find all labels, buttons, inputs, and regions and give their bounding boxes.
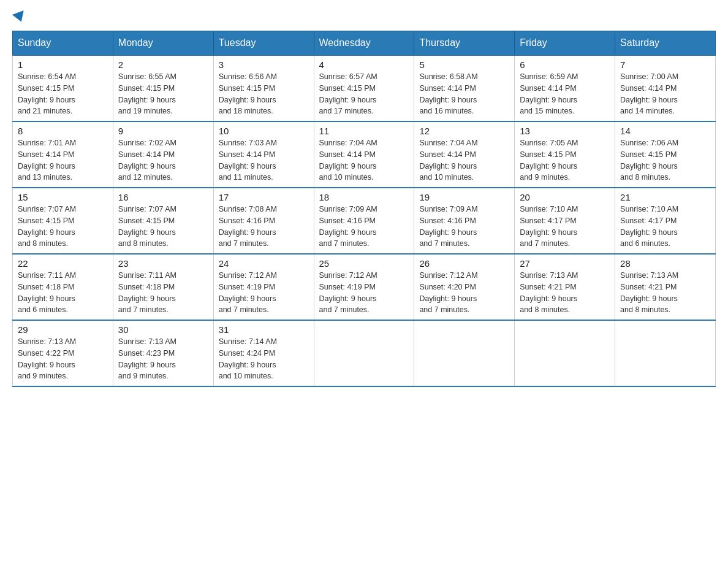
day-number: 18 [319,192,409,202]
day-number: 16 [118,192,208,202]
day-info: Sunrise: 7:04 AMSunset: 4:14 PMDaylight:… [319,139,377,182]
day-number: 22 [18,258,108,269]
day-number: 17 [219,192,309,202]
day-cell: 5 Sunrise: 6:58 AMSunset: 4:14 PMDayligh… [414,55,515,121]
day-cell: 7 Sunrise: 7:00 AMSunset: 4:14 PMDayligh… [615,55,716,121]
day-cell: 11 Sunrise: 7:04 AMSunset: 4:14 PMDaylig… [314,121,414,188]
day-number: 13 [520,126,610,136]
day-number: 11 [319,126,409,136]
day-cell: 4 Sunrise: 6:57 AMSunset: 4:15 PMDayligh… [314,55,414,121]
week-row-2: 8 Sunrise: 7:01 AMSunset: 4:14 PMDayligh… [13,121,716,188]
week-row-5: 29 Sunrise: 7:13 AMSunset: 4:22 PMDaylig… [13,320,716,386]
day-info: Sunrise: 7:12 AMSunset: 4:19 PMDaylight:… [319,271,377,314]
day-cell: 17 Sunrise: 7:08 AMSunset: 4:16 PMDaylig… [213,188,314,254]
day-info: Sunrise: 7:10 AMSunset: 4:17 PMDaylight:… [520,205,578,248]
day-info: Sunrise: 7:05 AMSunset: 4:15 PMDaylight:… [520,139,578,182]
day-info: Sunrise: 6:55 AMSunset: 4:15 PMDaylight:… [118,72,176,115]
day-cell: 3 Sunrise: 6:56 AMSunset: 4:15 PMDayligh… [213,55,314,121]
day-number: 14 [620,126,710,136]
day-info: Sunrise: 7:12 AMSunset: 4:20 PMDaylight:… [419,271,477,314]
day-number: 1 [18,59,108,70]
weekday-header-monday: Monday [113,31,213,56]
logo [12,12,26,25]
day-info: Sunrise: 7:13 AMSunset: 4:21 PMDaylight:… [520,271,578,314]
day-cell: 12 Sunrise: 7:04 AMSunset: 4:14 PMDaylig… [414,121,515,188]
day-number: 2 [118,59,208,70]
day-number: 7 [620,59,710,70]
day-cell: 18 Sunrise: 7:09 AMSunset: 4:16 PMDaylig… [314,188,414,254]
day-cell: 20 Sunrise: 7:10 AMSunset: 4:17 PMDaylig… [515,188,615,254]
day-cell [515,320,615,386]
logo-triangle-icon [12,10,27,24]
day-info: Sunrise: 7:02 AMSunset: 4:14 PMDaylight:… [118,139,176,182]
day-info: Sunrise: 6:56 AMSunset: 4:15 PMDaylight:… [219,72,277,115]
day-cell: 25 Sunrise: 7:12 AMSunset: 4:19 PMDaylig… [314,254,414,320]
day-number: 19 [419,192,509,202]
day-info: Sunrise: 7:04 AMSunset: 4:14 PMDaylight:… [419,139,477,182]
day-number: 15 [18,192,108,202]
day-number: 29 [18,324,108,335]
day-info: Sunrise: 7:11 AMSunset: 4:18 PMDaylight:… [18,271,76,314]
day-number: 10 [219,126,309,136]
day-cell: 10 Sunrise: 7:03 AMSunset: 4:14 PMDaylig… [213,121,314,188]
day-cell: 29 Sunrise: 7:13 AMSunset: 4:22 PMDaylig… [13,320,113,386]
day-cell: 2 Sunrise: 6:55 AMSunset: 4:15 PMDayligh… [113,55,213,121]
day-number: 27 [520,258,610,269]
day-number: 21 [620,192,710,202]
day-cell: 6 Sunrise: 6:59 AMSunset: 4:14 PMDayligh… [515,55,615,121]
day-cell: 1 Sunrise: 6:54 AMSunset: 4:15 PMDayligh… [13,55,113,121]
day-number: 9 [118,126,208,136]
day-info: Sunrise: 7:09 AMSunset: 4:16 PMDaylight:… [319,205,377,248]
day-info: Sunrise: 7:07 AMSunset: 4:15 PMDaylight:… [18,205,76,248]
day-cell: 27 Sunrise: 7:13 AMSunset: 4:21 PMDaylig… [515,254,615,320]
day-number: 30 [118,324,208,335]
day-cell: 22 Sunrise: 7:11 AMSunset: 4:18 PMDaylig… [13,254,113,320]
day-info: Sunrise: 7:13 AMSunset: 4:22 PMDaylight:… [18,337,76,380]
day-info: Sunrise: 6:57 AMSunset: 4:15 PMDaylight:… [319,72,377,115]
day-info: Sunrise: 7:14 AMSunset: 4:24 PMDaylight:… [219,337,277,380]
day-info: Sunrise: 6:58 AMSunset: 4:14 PMDaylight:… [419,72,477,115]
day-cell: 9 Sunrise: 7:02 AMSunset: 4:14 PMDayligh… [113,121,213,188]
week-row-3: 15 Sunrise: 7:07 AMSunset: 4:15 PMDaylig… [13,188,716,254]
day-number: 6 [520,59,610,70]
day-number: 20 [520,192,610,202]
day-cell: 14 Sunrise: 7:06 AMSunset: 4:15 PMDaylig… [615,121,716,188]
day-number: 23 [118,258,208,269]
day-info: Sunrise: 7:11 AMSunset: 4:18 PMDaylight:… [118,271,176,314]
day-info: Sunrise: 7:08 AMSunset: 4:16 PMDaylight:… [219,205,277,248]
day-cell: 15 Sunrise: 7:07 AMSunset: 4:15 PMDaylig… [13,188,113,254]
weekday-header-sunday: Sunday [13,31,113,56]
day-cell: 21 Sunrise: 7:10 AMSunset: 4:17 PMDaylig… [615,188,716,254]
weekday-header-saturday: Saturday [615,31,716,56]
day-info: Sunrise: 7:10 AMSunset: 4:17 PMDaylight:… [620,205,678,248]
day-info: Sunrise: 6:54 AMSunset: 4:15 PMDaylight:… [18,72,76,115]
weekday-header-tuesday: Tuesday [213,31,314,56]
day-cell: 26 Sunrise: 7:12 AMSunset: 4:20 PMDaylig… [414,254,515,320]
calendar-table: SundayMondayTuesdayWednesdayThursdayFrid… [12,31,716,387]
day-number: 12 [419,126,509,136]
day-info: Sunrise: 7:13 AMSunset: 4:23 PMDaylight:… [118,337,176,380]
day-info: Sunrise: 7:07 AMSunset: 4:15 PMDaylight:… [118,205,176,248]
day-info: Sunrise: 7:00 AMSunset: 4:14 PMDaylight:… [620,72,678,115]
day-info: Sunrise: 7:01 AMSunset: 4:14 PMDaylight:… [18,139,76,182]
day-cell: 13 Sunrise: 7:05 AMSunset: 4:15 PMDaylig… [515,121,615,188]
day-cell: 19 Sunrise: 7:09 AMSunset: 4:16 PMDaylig… [414,188,515,254]
day-number: 26 [419,258,509,269]
day-cell [314,320,414,386]
day-number: 4 [319,59,409,70]
week-row-1: 1 Sunrise: 6:54 AMSunset: 4:15 PMDayligh… [13,55,716,121]
day-info: Sunrise: 7:09 AMSunset: 4:16 PMDaylight:… [419,205,477,248]
day-info: Sunrise: 7:03 AMSunset: 4:14 PMDaylight:… [219,139,277,182]
weekday-header-row: SundayMondayTuesdayWednesdayThursdayFrid… [13,31,716,56]
day-number: 24 [219,258,309,269]
day-number: 3 [219,59,309,70]
day-number: 8 [18,126,108,136]
day-info: Sunrise: 7:12 AMSunset: 4:19 PMDaylight:… [219,271,277,314]
day-info: Sunrise: 6:59 AMSunset: 4:14 PMDaylight:… [520,72,578,115]
weekday-header-friday: Friday [515,31,615,56]
header [12,12,716,25]
day-cell [615,320,716,386]
day-number: 25 [319,258,409,269]
day-cell: 24 Sunrise: 7:12 AMSunset: 4:19 PMDaylig… [213,254,314,320]
day-number: 31 [219,324,309,335]
